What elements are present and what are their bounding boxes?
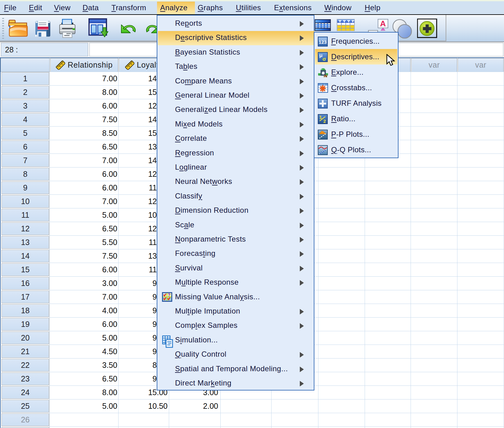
svg-text:σ: σ	[322, 56, 326, 62]
svg-text:?: ?	[168, 292, 171, 297]
svg-text:A: A	[380, 19, 386, 28]
svg-text:1: 1	[319, 114, 322, 120]
svg-text:123: 123	[319, 39, 327, 45]
svg-text:2: 2	[323, 118, 326, 124]
svg-text:μ: μ	[319, 52, 323, 58]
